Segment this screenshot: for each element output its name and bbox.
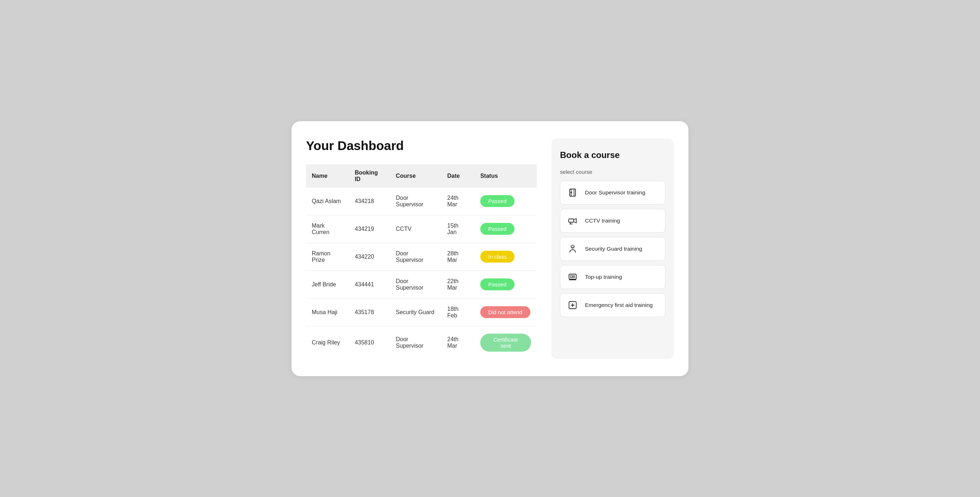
course-item[interactable]: Top-up training: [560, 265, 665, 289]
bookings-table: Name Booking ID Course Date Status Qazi …: [306, 165, 537, 359]
cell-date: 28th Mar: [441, 243, 474, 270]
security-guard-icon: [566, 242, 579, 256]
cell-status: Passed: [474, 187, 537, 215]
course-item[interactable]: Security Guard training: [560, 237, 665, 261]
cell-status: Did not attend: [474, 298, 537, 326]
cell-status: Certificate sent: [474, 326, 537, 359]
select-label: select course: [560, 169, 665, 175]
table-row: Mark Curren 434219 CCTV 15th Jan Passed: [306, 215, 537, 243]
cell-booking-id: 435178: [349, 298, 390, 326]
cell-date: 15th Jan: [441, 215, 474, 243]
course-name: CCTV training: [585, 218, 620, 224]
cell-date: 24th Mar: [441, 187, 474, 215]
course-list: Door Supervisor training CCTV training S…: [560, 181, 665, 317]
course-item[interactable]: CCTV training: [560, 209, 665, 233]
cell-course: Security Guard: [390, 298, 442, 326]
cell-booking-id: 435810: [349, 326, 390, 359]
cell-name: Qazi Aslam: [306, 187, 349, 215]
cell-name: Musa Haji: [306, 298, 349, 326]
firstaid-icon: [566, 299, 579, 311]
svg-point-2: [571, 192, 571, 192]
cell-booking-id: 434219: [349, 215, 390, 243]
course-name: Top-up training: [585, 274, 622, 280]
cell-date: 18th Feb: [441, 298, 474, 326]
dashboard-card: Your Dashboard Name Booking ID Course Da…: [291, 121, 689, 376]
cell-name: Jeff Bride: [306, 270, 349, 298]
table-row: Craig Riley 435810 Door Supervisor 24th …: [306, 326, 537, 359]
status-badge: Passed: [480, 195, 514, 207]
cell-status: In class: [474, 243, 537, 270]
status-badge: In class: [480, 251, 515, 262]
svg-rect-12: [573, 277, 575, 278]
col-header-status: Status: [474, 165, 537, 187]
cell-booking-id: 434218: [349, 187, 390, 215]
cell-course: Door Supervisor: [390, 243, 442, 270]
cell-date: 22th Mar: [441, 270, 474, 298]
status-badge: Did not attend: [480, 306, 530, 318]
left-panel: Your Dashboard Name Booking ID Course Da…: [306, 138, 537, 359]
page-title: Your Dashboard: [306, 138, 537, 153]
col-header-date: Date: [441, 165, 474, 187]
course-name: Door Supervisor training: [585, 189, 645, 196]
svg-rect-10: [571, 276, 572, 278]
status-badge: Passed: [480, 278, 514, 291]
status-badge: Certificate sent: [480, 333, 531, 352]
status-badge: Passed: [480, 223, 514, 235]
col-header-name: Name: [306, 165, 349, 187]
cell-course: Door Supervisor: [390, 326, 442, 359]
cell-name: Ramon Prize: [306, 243, 349, 270]
cell-status: Passed: [474, 270, 537, 298]
cell-course: Door Supervisor: [390, 270, 442, 298]
table-row: Musa Haji 435178 Security Guard 18th Feb…: [306, 298, 537, 326]
svg-rect-11: [573, 276, 575, 276]
cell-booking-id: 434441: [349, 270, 390, 298]
svg-rect-9: [569, 274, 576, 279]
cell-status: Passed: [474, 215, 537, 243]
table-row: Ramon Prize 434220 Door Supervisor 28th …: [306, 243, 537, 270]
course-name: Security Guard training: [585, 246, 642, 252]
book-course-title: Book a course: [560, 150, 665, 160]
table-row: Jeff Bride 434441 Door Supervisor 22th M…: [306, 270, 537, 298]
course-name: Emergency first aid training: [585, 302, 653, 308]
cell-course: Door Supervisor: [390, 187, 442, 215]
table-row: Qazi Aslam 434218 Door Supervisor 24th M…: [306, 187, 537, 215]
col-header-course: Course: [390, 165, 442, 187]
door-supervisor-icon: [566, 186, 579, 199]
cell-name: Mark Curren: [306, 215, 349, 243]
svg-rect-8: [571, 245, 574, 247]
cell-name: Craig Riley: [306, 326, 349, 359]
course-item[interactable]: Emergency first aid training: [560, 293, 665, 317]
right-panel: Book a course select course Door Supervi…: [551, 138, 674, 359]
svg-rect-4: [569, 219, 574, 222]
col-header-booking: Booking ID: [349, 165, 390, 187]
cctv-icon: [566, 214, 579, 227]
cell-booking-id: 434220: [349, 243, 390, 270]
topup-icon: [566, 270, 579, 284]
cell-course: CCTV: [390, 215, 442, 243]
course-item[interactable]: Door Supervisor training: [560, 181, 665, 205]
cell-date: 24th Mar: [441, 326, 474, 359]
